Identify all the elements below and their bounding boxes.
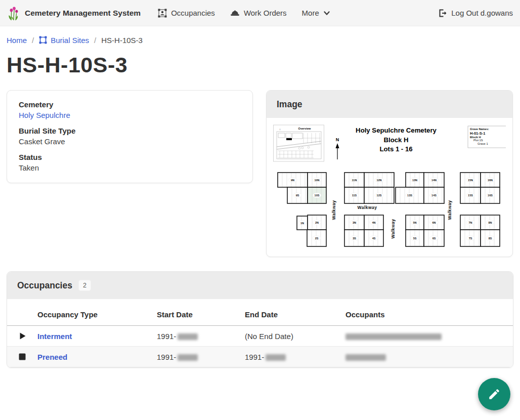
logout-icon xyxy=(438,9,447,18)
breadcrumb-home[interactable]: Home xyxy=(7,36,27,45)
svg-text:↓: ↓ xyxy=(279,128,281,131)
plot-cell-15N: 15N xyxy=(460,173,481,187)
plot-cell-12S: 12S xyxy=(364,187,394,203)
svg-text:8N: 8N xyxy=(488,221,492,224)
logout-button[interactable]: Log Out d.gowans xyxy=(438,9,513,18)
chevron-down-icon xyxy=(323,10,330,17)
field-burial-site-type: Burial Site Type Casket Grave xyxy=(19,127,241,146)
breadcrumb-separator: / xyxy=(94,36,96,45)
plot-cell-4N: 4N xyxy=(364,215,383,230)
plot-cell-10N: 10N xyxy=(308,173,326,187)
svg-text:Grave Names:: Grave Names: xyxy=(470,128,489,131)
redacted-text xyxy=(178,333,198,340)
plot-cell-16N: 16N xyxy=(481,173,500,187)
col-occupancy-type: Occupancy Type xyxy=(37,310,157,319)
svg-text:Holy Sepulchre Cemetery: Holy Sepulchre Cemetery xyxy=(356,127,437,134)
field-label: Status xyxy=(19,153,241,161)
image-card-header: Image xyxy=(267,91,512,118)
svg-text:Grave 1: Grave 1 xyxy=(478,142,488,145)
plot-cell-9N: 9N xyxy=(278,173,308,187)
svg-text:Plot 1S: Plot 1S xyxy=(473,139,483,142)
svg-text:11S: 11S xyxy=(352,194,357,197)
hard-hat-icon xyxy=(230,9,240,17)
svg-text:9S: 9S xyxy=(296,194,299,197)
plot-map-svg: Overview↓NHoly Sepulchre CemeteryBlock H… xyxy=(273,124,506,250)
image-card-title: Image xyxy=(277,99,302,110)
cemetery-link[interactable]: Holy Sepulchre xyxy=(19,111,70,119)
occupants-cell xyxy=(345,332,513,341)
svg-text:Walkway: Walkway xyxy=(331,200,336,220)
svg-text:2N: 2N xyxy=(315,221,319,224)
svg-text:8S: 8S xyxy=(489,237,492,240)
occupancies-table: Occupancy Type Start Date End Date Occup… xyxy=(7,304,513,367)
table-header-row: Occupancy Type Start Date End Date Occup… xyxy=(7,304,513,326)
svg-text:13S: 13S xyxy=(407,194,412,197)
svg-text:Walkway: Walkway xyxy=(357,205,377,210)
plot-cell-6S: 6S xyxy=(424,230,444,246)
svg-text:13N: 13N xyxy=(412,179,417,182)
breadcrumb-current: HS-H-10S-3 xyxy=(101,36,143,45)
edit-fab-button[interactable] xyxy=(478,378,510,410)
svg-text:14N: 14N xyxy=(431,179,437,182)
start-date-cell: 1991- xyxy=(157,353,245,361)
pencil-icon xyxy=(488,388,501,401)
play-status-icon xyxy=(7,332,37,340)
svg-text:12S: 12S xyxy=(377,194,382,197)
plot-cell-14N: 14N xyxy=(424,173,444,187)
field-value: Casket Grave xyxy=(19,137,241,146)
plot-cell-5S: 5S xyxy=(406,230,424,246)
field-cemetery: Cemetery Holy Sepulchre xyxy=(19,100,241,119)
table-row: Interment1991-(No End Date) xyxy=(7,326,513,347)
nav-label: Occupancies xyxy=(171,9,215,17)
svg-text:12N: 12N xyxy=(376,179,381,182)
breadcrumb: Home / Burial Sites / HS-H-10S-3 xyxy=(0,26,520,46)
svg-text:10S: 10S xyxy=(315,194,320,197)
occupancy-type-link[interactable]: Preneed xyxy=(37,353,67,361)
col-end-date: End Date xyxy=(245,310,345,319)
svg-text:5S: 5S xyxy=(413,237,417,240)
plot-cell-13S: 13S xyxy=(396,187,424,203)
image-card: Image Overview↓NHoly Sepulchre CemeteryB… xyxy=(266,90,513,257)
page-title: HS-H-10S-3 xyxy=(7,53,520,77)
svg-text:Block H: Block H xyxy=(383,136,408,144)
plot-cell-12N: 12N xyxy=(364,173,394,187)
svg-text:Walkway: Walkway xyxy=(391,219,396,239)
plot-cell-8S: 8S xyxy=(481,230,500,246)
occupancy-type-link[interactable]: Interment xyxy=(37,332,72,341)
plot-cell-3S: 3S xyxy=(344,230,364,246)
plot-cell-2N: 2N xyxy=(308,215,326,230)
svg-text:Block H: Block H xyxy=(470,136,481,139)
redacted-text xyxy=(266,354,286,361)
count-badge: 2 xyxy=(78,280,91,291)
plot-cell-16S: 16S xyxy=(481,187,500,203)
svg-text:6S: 6S xyxy=(432,237,436,240)
plot-cell-10S: 10S xyxy=(308,187,326,203)
breadcrumb-burial-sites[interactable]: Burial Sites xyxy=(39,36,89,45)
svg-text:7S: 7S xyxy=(469,237,472,240)
svg-text:5N: 5N xyxy=(413,221,416,224)
svg-text:Lots 1 - 16: Lots 1 - 16 xyxy=(379,145,412,153)
plot-cell-14S: 14S xyxy=(424,187,444,203)
svg-text:2S: 2S xyxy=(315,237,319,240)
nav-item-occupancies[interactable]: Occupancies xyxy=(158,9,215,18)
plot-cell-8N: 8N xyxy=(481,215,500,230)
svg-text:4S: 4S xyxy=(372,237,376,240)
nav-item-more[interactable]: More xyxy=(302,9,330,17)
field-value: Taken xyxy=(19,163,241,172)
breadcrumb-separator: / xyxy=(32,36,34,45)
svg-text:3S: 3S xyxy=(353,237,356,240)
plot-map-image[interactable]: Overview↓NHoly Sepulchre CemeteryBlock H… xyxy=(267,118,512,257)
svg-text:10N: 10N xyxy=(314,179,319,182)
bounding-box-icon xyxy=(39,36,47,44)
plot-cell-2S: 2S xyxy=(307,230,326,246)
nav-item-work-orders[interactable]: Work Orders xyxy=(230,9,287,17)
svg-text:15S: 15S xyxy=(468,194,473,197)
occupancies-header: Occupancies 2 xyxy=(7,272,513,299)
field-status: Status Taken xyxy=(19,153,241,172)
plot-cell-7N: 7N xyxy=(460,215,481,230)
app-brand[interactable]: Cemetery Management System xyxy=(7,6,141,21)
occupants-cell xyxy=(345,353,513,361)
logout-label: Log Out d.gowans xyxy=(451,9,513,17)
nav-label: More xyxy=(302,9,319,17)
occupancy-rows: Interment1991-(No End Date)Preneed1991-1… xyxy=(7,326,513,367)
